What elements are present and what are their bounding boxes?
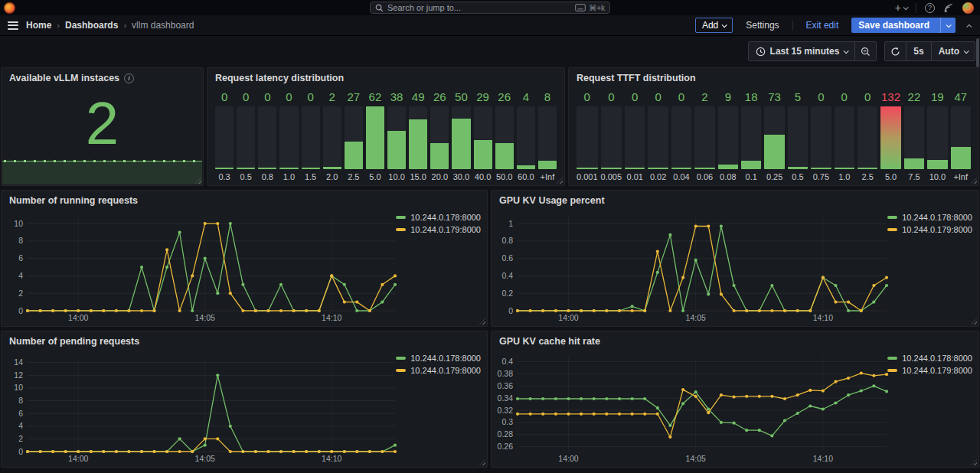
bin-track xyxy=(366,106,384,169)
data-point xyxy=(580,413,583,416)
legend-item[interactable]: 10.244.0.178:8000 xyxy=(396,213,481,222)
data-point xyxy=(343,450,346,453)
bin-count: 0 xyxy=(648,90,668,106)
refresh-interval-label[interactable]: 5s xyxy=(906,41,931,61)
data-point xyxy=(770,284,773,287)
data-point xyxy=(254,450,257,453)
legend-item[interactable]: 10.244.0.178:8000 xyxy=(887,354,972,363)
time-range-picker[interactable]: Last 15 minutes xyxy=(748,41,856,61)
panel-title[interactable]: GPU KV cache hit rate xyxy=(492,331,978,351)
panel-title[interactable]: Request latency distribution xyxy=(207,68,564,88)
legend-item[interactable]: 10.244.0.178:8000 xyxy=(887,213,972,222)
bin-track xyxy=(323,106,341,169)
news-icon[interactable] xyxy=(943,3,954,13)
bin-track xyxy=(258,106,276,169)
resize-handle[interactable] xyxy=(479,318,485,325)
menu-icon[interactable] xyxy=(8,21,18,30)
panel-title[interactable]: Available vLLM instaces i xyxy=(2,68,203,88)
info-icon[interactable]: i xyxy=(124,73,134,83)
data-point xyxy=(720,292,723,295)
zoom-out-button[interactable] xyxy=(854,41,877,61)
search-input[interactable]: Search or jump to... ⌘+k xyxy=(370,2,610,14)
data-point xyxy=(618,397,621,400)
data-point xyxy=(554,413,557,416)
data-point xyxy=(733,284,736,287)
legend-item[interactable]: 10.244.0.178:8000 xyxy=(396,354,481,363)
legend-item[interactable]: 10.244.0.179:8000 xyxy=(396,366,481,375)
bin-fill xyxy=(788,167,808,169)
y-axis-tick-label: 6 xyxy=(18,409,23,418)
bin-track xyxy=(811,106,831,169)
series-swatch xyxy=(396,216,406,219)
legend-item[interactable]: 10.244.0.179:8000 xyxy=(396,225,481,234)
data-point xyxy=(381,283,384,286)
resize-handle[interactable] xyxy=(971,459,977,465)
panel-title[interactable]: Request TTFT distribution xyxy=(569,68,978,88)
bin-count: 0 xyxy=(237,90,255,106)
data-point xyxy=(580,309,583,312)
add-button[interactable]: Add xyxy=(695,18,733,33)
bin-fill xyxy=(279,168,298,169)
resize-handle[interactable] xyxy=(971,178,977,184)
bin-fill xyxy=(538,161,557,169)
legend-item[interactable]: 10.244.0.179:8000 xyxy=(887,225,972,234)
data-point xyxy=(860,390,863,393)
help-icon[interactable]: ? xyxy=(925,3,935,13)
data-point xyxy=(292,309,296,312)
resize-handle[interactable] xyxy=(479,459,485,465)
save-dashboard-dropdown[interactable] xyxy=(940,18,956,33)
histogram-bin: 20.06 xyxy=(694,90,714,181)
histogram-bin: 272.5 xyxy=(345,90,363,181)
bin-fill xyxy=(625,168,645,169)
data-point xyxy=(394,444,397,447)
histogram-bin: 00.01 xyxy=(625,90,645,181)
y-axis-tick-label: 0 xyxy=(18,306,23,315)
series-swatch xyxy=(887,228,897,231)
data-point xyxy=(204,444,207,447)
resize-handle[interactable] xyxy=(557,178,563,184)
data-point xyxy=(694,259,697,262)
panel-title[interactable]: Number of running requests xyxy=(2,191,487,210)
data-point xyxy=(643,309,646,312)
x-axis-tick-label: 14:10 xyxy=(322,454,341,463)
data-point xyxy=(847,309,850,312)
data-point xyxy=(102,450,105,453)
chart-svg: 00.20.40.60.8114:0014:0514:10 xyxy=(495,210,890,324)
data-point xyxy=(355,301,358,304)
data-point xyxy=(279,450,283,453)
chart-svg: 0.260.280.30.320.340.360.380.414:0014:05… xyxy=(495,351,890,465)
grafana-logo-icon[interactable] xyxy=(4,2,15,14)
bin-count: 26 xyxy=(430,90,449,106)
bin-label: 0.08 xyxy=(718,169,738,181)
bin-fill xyxy=(811,168,831,169)
collapse-bar-button[interactable] xyxy=(965,18,974,33)
bin-count: 50 xyxy=(452,90,470,106)
search-icon xyxy=(375,4,384,12)
series-line xyxy=(518,227,887,312)
bin-label: 30.0 xyxy=(452,169,470,181)
data-point xyxy=(241,309,244,312)
breadcrumb-dashboards[interactable]: Dashboards xyxy=(65,20,118,31)
data-point xyxy=(733,422,736,425)
auto-refresh-picker[interactable]: Auto xyxy=(931,41,975,61)
breadcrumb-home[interactable]: Home xyxy=(26,20,51,31)
panel-title[interactable]: GPU KV Usage percent xyxy=(492,191,978,210)
data-point xyxy=(541,309,544,312)
resize-handle[interactable] xyxy=(971,318,977,325)
legend-item[interactable]: 10.244.0.179:8000 xyxy=(887,366,972,375)
data-point xyxy=(656,271,659,274)
refresh-button[interactable] xyxy=(884,41,906,61)
scrollbar[interactable] xyxy=(976,38,979,67)
new-button[interactable]: + xyxy=(895,2,907,14)
bin-fill xyxy=(302,168,320,169)
data-point xyxy=(808,389,812,392)
user-avatar[interactable] xyxy=(962,2,974,14)
bin-track xyxy=(279,106,298,169)
panel-title[interactable]: Number of pending requests xyxy=(2,331,487,351)
bin-label: 0.75 xyxy=(811,169,831,181)
y-axis-tick-label: 0.38 xyxy=(498,369,514,378)
exit-edit-button[interactable]: Exit edit xyxy=(800,18,845,33)
save-dashboard-button[interactable]: Save dashboard xyxy=(851,18,956,33)
settings-button[interactable]: Settings xyxy=(740,18,785,33)
bin-track xyxy=(345,106,363,169)
